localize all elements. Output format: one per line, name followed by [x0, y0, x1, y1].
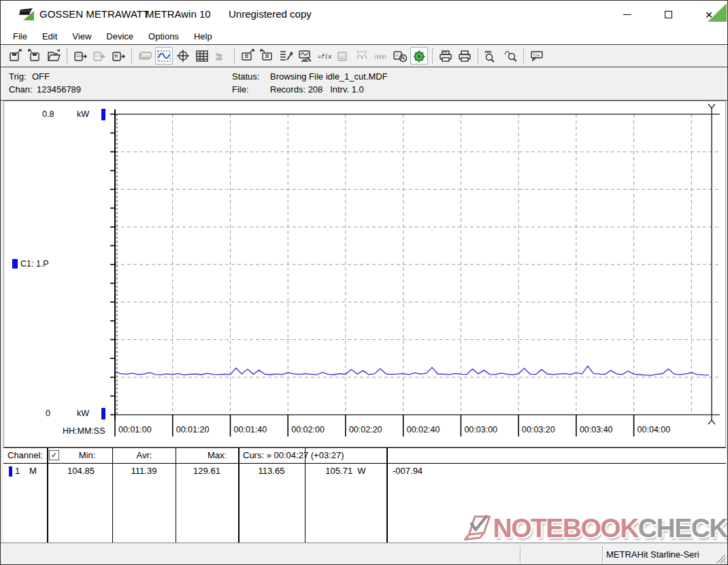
open-file-upload-button[interactable]	[7, 47, 24, 65]
export-data-button[interactable]	[239, 47, 257, 65]
channel-color-marker	[12, 259, 18, 269]
menu-item-help[interactable]: Help	[187, 29, 219, 44]
cell-channel-mode: M	[29, 466, 37, 476]
menu-item-file[interactable]: File	[6, 29, 34, 44]
toolbar: 123123M1234=f(x)12312T/a	[1, 44, 727, 67]
toolbar-separator	[234, 48, 235, 64]
read-device-m-button[interactable]: M	[110, 47, 127, 65]
minimize-button[interactable]	[612, 1, 643, 28]
save-file-icon	[27, 48, 42, 63]
svg-text:00:03:20: 00:03:20	[522, 425, 555, 434]
toolbar-separator	[478, 48, 478, 64]
menu-item-device[interactable]: Device	[99, 29, 140, 44]
svg-text:M: M	[115, 54, 118, 59]
toolbar-separator	[131, 48, 132, 64]
cell-channel-num: 1	[15, 466, 20, 476]
read-device-memory-icon: 123	[73, 48, 88, 63]
zoom-amplitude-button[interactable]	[501, 47, 519, 65]
svg-text:123: 123	[340, 54, 346, 58]
write-device-memory-button: 123	[90, 47, 108, 65]
write-device-memory-icon: 123	[92, 48, 107, 63]
device-display-icon: 123	[335, 48, 350, 63]
channel-trace-label: C1: 1.P	[20, 259, 49, 269]
import-data-button[interactable]	[258, 47, 276, 65]
resize-grip[interactable]	[715, 553, 726, 564]
col-header-min: Min:	[65, 450, 110, 460]
menu-item-view[interactable]: View	[65, 29, 98, 44]
svg-text:00:02:00: 00:02:00	[291, 425, 325, 434]
connected-device-label: METRAHit Starline-Seri	[606, 549, 699, 560]
cell-min: 104.85	[50, 466, 112, 476]
view-numeric-display-icon: 1234	[137, 48, 152, 63]
col-header-avr: Avr:	[114, 450, 174, 460]
maximize-button[interactable]	[652, 1, 684, 28]
app-logo-icon	[19, 7, 34, 22]
svg-text:00:02:40: 00:02:40	[407, 425, 440, 434]
table-divider	[305, 448, 305, 543]
cell-curs2: 105.71 W	[305, 466, 386, 476]
trig-label: Trig:	[9, 71, 27, 82]
print-icon	[457, 48, 472, 63]
table-divider	[47, 448, 48, 543]
print-preview-button[interactable]	[437, 47, 454, 65]
wave-cursor-measure-icon	[354, 48, 369, 63]
view-data-table-icon	[195, 48, 210, 63]
view-histogram-icon	[214, 48, 229, 63]
annotation-note-button[interactable]: T/a	[528, 47, 546, 65]
zoom-time-button[interactable]	[482, 47, 500, 65]
chan-label: Chan:	[9, 84, 33, 95]
zoom-amplitude-icon	[503, 48, 518, 63]
maximize-icon	[665, 11, 672, 18]
statusbar-divider	[520, 546, 520, 563]
file-label: File:	[232, 84, 249, 95]
formula-fx-icon: =f(x)	[316, 48, 331, 63]
trend-chart[interactable]: 00:01:0000:01:2000:01:4000:02:0000:02:20…	[4, 101, 725, 447]
status-bar: METRAHit Starline-Seri	[1, 543, 727, 565]
table-divider	[176, 448, 176, 543]
cell-curs1: 113.65	[238, 466, 305, 476]
svg-text:00:04:00: 00:04:00	[638, 425, 671, 434]
status-label: Status:	[232, 71, 259, 82]
view-data-table-button[interactable]	[193, 47, 211, 65]
chart-panel[interactable]: 00:01:0000:01:2000:01:4000:02:0000:02:20…	[3, 101, 726, 447]
open-folder-button[interactable]	[45, 47, 63, 65]
svg-text:00:01:40: 00:01:40	[234, 425, 267, 434]
print-button[interactable]	[456, 47, 474, 65]
cell-avr: 111.39	[112, 466, 176, 476]
wave-continuous-button	[372, 47, 390, 65]
device-monitor-settings-button[interactable]	[296, 47, 314, 65]
svg-text:00:01:00: 00:01:00	[118, 425, 152, 434]
svg-text:123: 123	[76, 54, 82, 58]
import-data-icon	[259, 48, 274, 63]
svg-text:123: 123	[95, 54, 101, 58]
wave-continuous-icon	[374, 48, 388, 63]
live-record-icon	[412, 48, 427, 63]
menu-item-options[interactable]: Options	[142, 29, 186, 44]
device-monitor-settings-icon	[297, 48, 312, 63]
col-header-channel: Channel:	[7, 450, 43, 460]
table-divider	[112, 448, 113, 543]
file-value: Records: 208 Intrv. 1.0	[270, 84, 364, 95]
svg-text:00:01:20: 00:01:20	[176, 425, 210, 434]
channel-visible-checkbox[interactable]: ✓	[49, 450, 59, 460]
view-scope-crosshair-button[interactable]	[174, 47, 192, 65]
device-timer-button[interactable]: 12	[391, 47, 409, 65]
formula-fx-button[interactable]: =f(x)	[315, 47, 333, 65]
live-record-button[interactable]	[410, 47, 428, 65]
menu-item-edit[interactable]: Edit	[35, 29, 64, 44]
read-device-memory-button[interactable]: 123	[71, 47, 89, 65]
col-header-cursor: Curs: » 00:04:27 (+03:27)	[243, 450, 344, 460]
channel-settings-button[interactable]	[277, 47, 295, 65]
measurement-table: Channel: ✓ Min: Avr: Max: Curs: » 00:04:…	[3, 447, 726, 542]
menu-bar: FileEditViewDeviceOptionsHelp	[1, 28, 727, 44]
y-min-marker	[101, 408, 105, 420]
annotation-note-icon: T/a	[529, 48, 544, 63]
y-axis-max-unit: kW	[77, 109, 89, 119]
view-line-chart-button[interactable]	[155, 47, 173, 65]
x-axis-format-label: HH:MM:SS	[63, 426, 105, 436]
row-channel-marker	[9, 466, 12, 477]
save-file-button[interactable]	[26, 47, 44, 65]
zoom-time-icon	[484, 48, 499, 63]
svg-text:00:02:20: 00:02:20	[349, 425, 382, 434]
device-timer-icon: 12	[393, 48, 408, 63]
